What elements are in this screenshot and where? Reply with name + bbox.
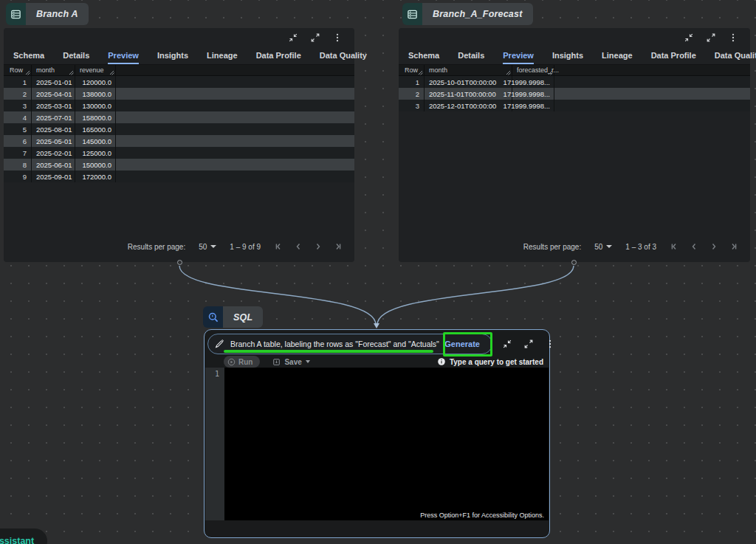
save-icon <box>272 358 281 366</box>
code-area[interactable]: Press Option+F1 for Accessibility Option… <box>224 368 549 520</box>
table-row[interactable]: 6 2025-05-01 145000.0 <box>4 135 354 147</box>
table-row[interactable]: 2 2025-04-01 138000.0 <box>4 88 354 100</box>
tab-lineage[interactable]: Lineage <box>207 47 238 64</box>
tab-details[interactable]: Details <box>63 47 89 64</box>
column-header[interactable]: forecasted_r... <box>512 65 554 75</box>
cell-revenue: 150000.0 <box>75 159 116 171</box>
panel-toolbar <box>399 28 750 47</box>
sql-magnifier-icon <box>203 306 223 328</box>
cell-revenue: 138000.0 <box>75 88 116 100</box>
column-header[interactable]: month <box>425 65 512 75</box>
node-title: Branch A <box>26 3 89 25</box>
cell-filler <box>116 171 354 182</box>
column-resize-icon[interactable] <box>418 70 423 75</box>
collapse-icon[interactable] <box>502 339 512 349</box>
panel-toolbar <box>4 28 354 47</box>
branch-a-node-tab[interactable]: Branch A <box>6 3 89 25</box>
first-page-icon[interactable] <box>274 242 283 251</box>
tab-schema[interactable]: Schema <box>408 47 439 64</box>
column-header[interactable]: month <box>32 65 75 75</box>
cell-filler <box>116 100 354 111</box>
table-row[interactable]: 8 2025-06-01 150000.0 <box>4 159 354 171</box>
results-per-page-label: Results per page: <box>523 243 581 251</box>
tab-lineage[interactable]: Lineage <box>602 47 633 64</box>
cell-filler <box>554 88 750 100</box>
column-resize-icon[interactable] <box>25 70 30 75</box>
play-circle-icon <box>227 358 236 366</box>
tab-data-quality[interactable]: Data Quality <box>320 47 367 64</box>
next-page-icon[interactable] <box>314 242 323 251</box>
tab-preview[interactable]: Preview <box>108 47 139 64</box>
node-title: SQL <box>223 306 263 328</box>
sql-node-tab[interactable]: SQL <box>203 306 263 328</box>
run-button[interactable]: Run <box>224 356 260 368</box>
collapse-icon[interactable] <box>684 32 694 43</box>
node-title: Branch_A_Forecast <box>422 3 533 25</box>
first-page-icon[interactable] <box>670 242 678 251</box>
cell-month: 2025-06-01 <box>32 159 75 171</box>
collapse-icon[interactable] <box>288 32 298 43</box>
column-resize-icon[interactable] <box>548 70 553 75</box>
prev-page-icon[interactable] <box>294 242 303 251</box>
table-row[interactable]: 1 2025-10-01T00:00:00 171999.9998... <box>399 76 750 88</box>
table-row[interactable]: 5 2025-08-01 165000.0 <box>4 123 354 135</box>
save-button[interactable]: Save <box>272 358 309 366</box>
code-editor[interactable]: 1 Press Option+F1 for Accessibility Opti… <box>205 368 549 520</box>
page-size-select[interactable]: 50 <box>199 243 216 251</box>
more-vert-icon[interactable] <box>332 32 343 43</box>
last-page-icon[interactable] <box>729 242 738 251</box>
tab-insights[interactable]: Insights <box>552 47 583 64</box>
table-row[interactable]: 3 2025-12-01T00:00:00 171999.9998... <box>399 100 750 111</box>
assistant-button[interactable]: Assistant <box>0 528 47 544</box>
expand-icon[interactable] <box>523 339 534 349</box>
cell-revenue: 120000.0 <box>75 76 116 88</box>
cell-forecast: 171999.9998... <box>512 76 554 88</box>
column-resize-icon[interactable] <box>69 70 74 75</box>
cell-row-number: 3 <box>399 100 425 111</box>
table-row[interactable]: 1 2025-01-01 120000.0 <box>4 76 354 88</box>
cell-revenue: 125000.0 <box>75 147 116 159</box>
branch-a-output-port[interactable] <box>177 260 182 265</box>
expand-icon[interactable] <box>706 32 716 43</box>
more-vert-icon[interactable] <box>728 32 738 43</box>
cell-month: 2025-07-01 <box>32 111 75 123</box>
tab-data-profile[interactable]: Data Profile <box>256 47 301 64</box>
branch-a-forecast-node-tab[interactable]: Branch_A_Forecast <box>402 3 533 25</box>
prev-page-icon[interactable] <box>690 242 698 251</box>
tab-preview[interactable]: Preview <box>503 47 534 64</box>
generate-button[interactable]: Generate <box>440 340 484 348</box>
more-vert-icon[interactable] <box>545 339 555 349</box>
column-resize-icon[interactable] <box>506 70 511 75</box>
cell-revenue: 145000.0 <box>75 135 116 147</box>
tab-data-quality[interactable]: Data Quality <box>715 47 756 64</box>
cell-row-number: 8 <box>4 159 32 171</box>
page-size-select[interactable]: 50 <box>594 243 612 251</box>
next-page-icon[interactable] <box>709 242 718 251</box>
tab-schema[interactable]: Schema <box>13 47 44 64</box>
cell-revenue: 165000.0 <box>75 123 116 135</box>
cell-month: 2025-04-01 <box>32 88 75 100</box>
column-header[interactable]: revenue <box>75 65 116 75</box>
expand-icon[interactable] <box>310 32 320 43</box>
table-row[interactable]: 7 2025-02-01 125000.0 <box>4 147 354 159</box>
tab-insights[interactable]: Insights <box>157 47 188 64</box>
pipeline-canvas[interactable]: Branch A SchemaDetailsPreviewInsightsLin… <box>0 0 756 544</box>
tab-details[interactable]: Details <box>458 47 484 64</box>
table-body: 1 2025-10-01T00:00:00 171999.9998... 2 2… <box>399 76 750 111</box>
column-resize-icon[interactable] <box>109 70 114 75</box>
cell-month: 2025-12-01T00:00:00 <box>425 100 512 111</box>
branch-a-forecast-output-port[interactable] <box>571 260 577 265</box>
column-header[interactable]: Row <box>4 65 32 75</box>
table-row[interactable]: 4 2025-07-01 158000.0 <box>4 111 354 123</box>
table-row[interactable]: 9 2025-09-01 172000.0 <box>4 171 354 182</box>
table-row[interactable]: 3 2025-03-01 130000.0 <box>4 100 354 111</box>
panel-empty-space <box>399 111 750 231</box>
ai-prompt-input[interactable]: Branch A table, labeling the rows as "Fo… <box>207 334 492 354</box>
sql-node-footer <box>205 520 549 537</box>
table-row[interactable]: 2 2025-11-01T00:00:00 171999.9998... <box>399 88 750 100</box>
column-header[interactable]: Row <box>399 65 425 75</box>
cell-filler <box>116 76 354 88</box>
last-page-icon[interactable] <box>334 242 343 251</box>
cell-row-number: 4 <box>4 111 32 123</box>
tab-data-profile[interactable]: Data Profile <box>651 47 696 64</box>
